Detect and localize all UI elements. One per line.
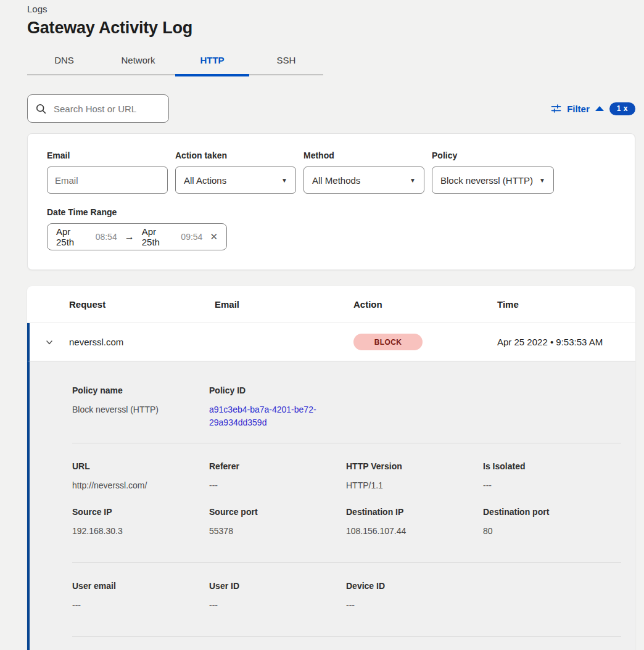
network-section: Source IP 192.168.30.3 Source port 55378… xyxy=(72,507,621,538)
collapse-caret-icon xyxy=(595,106,604,111)
policy-name-field: Policy name Block neverssl (HTTP) xyxy=(72,385,209,429)
chevron-down-icon: ▼ xyxy=(281,177,287,184)
action-filter-label: Action taken xyxy=(175,150,296,160)
table-row[interactable]: neverssl.com BLOCK Apr 25 2022 • 9:53:53… xyxy=(27,323,635,361)
email-filter-field: Email xyxy=(47,150,168,194)
destination-ip-field: Destination IP 108.156.107.44 xyxy=(346,507,483,538)
method-filter-select[interactable]: All Methods ▼ xyxy=(303,167,424,194)
arrow-right-icon: → xyxy=(123,231,136,242)
policy-section: Policy name Block neverssl (HTTP) Policy… xyxy=(72,385,621,429)
policy-id-label: Policy ID xyxy=(209,385,346,395)
filter-count-badge[interactable]: 1 x xyxy=(609,102,635,115)
http-version-field: HTTP Version HTTP/1.1 xyxy=(346,461,483,492)
url-label: URL xyxy=(72,461,209,471)
destination-ip-value: 108.156.107.44 xyxy=(346,525,483,538)
tab-dns[interactable]: DNS xyxy=(27,47,101,75)
device-id-label: Device ID xyxy=(346,581,483,591)
start-date[interactable]: Apr 25th xyxy=(56,226,89,247)
start-time[interactable]: 08:54 xyxy=(96,232,117,242)
referer-label: Referer xyxy=(209,461,346,471)
device-id-field: Device ID --- xyxy=(346,581,483,612)
policy-filter-field: Policy Block neverssl (HTTP) ▼ xyxy=(432,150,554,194)
action-filter-value: All Actions xyxy=(184,175,226,186)
clear-date-range-icon[interactable]: ✕ xyxy=(210,231,218,242)
row-action-cell: BLOCK xyxy=(353,334,497,350)
column-header-email: Email xyxy=(215,299,353,310)
row-time: Apr 25 2022 • 9:53:53 AM xyxy=(497,337,635,347)
user-id-field: User ID --- xyxy=(209,581,346,612)
referer-value: --- xyxy=(209,479,346,492)
url-field: URL http://neverssl.com/ xyxy=(72,461,209,492)
method-filter-label: Method xyxy=(303,150,424,160)
filter-panel: Email Action taken All Actions ▼ Method … xyxy=(27,133,635,270)
gateway-activity-log-page: Logs Gateway Activity Log DNS Network HT… xyxy=(0,0,644,650)
email-filter-input[interactable] xyxy=(47,167,168,194)
user-id-label: User ID xyxy=(209,581,346,591)
date-range-picker[interactable]: Apr 25th 08:54 → Apr 25th 09:54 ✕ xyxy=(47,223,227,250)
http-version-label: HTTP Version xyxy=(346,461,483,471)
filter-fields-row: Email Action taken All Actions ▼ Method … xyxy=(47,150,616,194)
is-isolated-value: --- xyxy=(483,479,620,492)
tab-ssh[interactable]: SSH xyxy=(249,47,323,75)
source-ip-value: 192.168.30.3 xyxy=(72,525,209,538)
activity-log-table: Request Email Action Time neverssl.com B… xyxy=(27,286,635,650)
destination-port-field: Destination port 80 xyxy=(483,507,620,538)
chevron-down-icon: ▼ xyxy=(410,177,416,184)
breadcrumb[interactable]: Logs xyxy=(27,4,644,14)
search-input[interactable] xyxy=(52,103,160,115)
tab-network[interactable]: Network xyxy=(101,47,175,75)
source-port-label: Source port xyxy=(209,507,346,517)
column-header-request: Request xyxy=(69,299,215,310)
policy-filter-value: Block neverssl (HTTP) xyxy=(440,175,533,186)
policy-id-field: Policy ID a91c3eb4-ba7a-4201-be72-29a934… xyxy=(209,385,346,429)
is-isolated-field: Is Isolated --- xyxy=(483,461,620,492)
action-filter-select[interactable]: All Actions ▼ xyxy=(175,167,296,194)
chevron-down-icon: ▼ xyxy=(539,177,545,184)
filter-sliders-icon xyxy=(551,104,561,114)
date-range-label: Date Time Range xyxy=(47,207,616,217)
search-icon xyxy=(36,104,46,114)
policy-id-link[interactable]: a91c3eb4-ba7a-4201-be72-29a934dd359d xyxy=(209,403,328,429)
source-ip-field: Source IP 192.168.30.3 xyxy=(72,507,209,538)
end-time[interactable]: 09:54 xyxy=(181,232,202,242)
user-email-label: User email xyxy=(72,581,209,591)
filter-toggle[interactable]: Filter 1 x xyxy=(551,102,635,115)
referer-field: Referer --- xyxy=(209,461,346,492)
source-port-field: Source port 55378 xyxy=(209,507,346,538)
policy-filter-select[interactable]: Block neverssl (HTTP) ▼ xyxy=(432,167,554,194)
destination-port-label: Destination port xyxy=(483,507,620,517)
end-date[interactable]: Apr 25th xyxy=(142,226,175,247)
device-id-value: --- xyxy=(346,599,483,612)
block-status-badge: BLOCK xyxy=(353,334,423,350)
source-port-value: 55378 xyxy=(209,525,346,538)
policy-name-value: Block neverssl (HTTP) xyxy=(72,403,209,416)
http-version-value: HTTP/1.1 xyxy=(346,479,483,492)
tab-http[interactable]: HTTP xyxy=(175,47,249,75)
section-divider xyxy=(72,562,621,563)
policy-name-label: Policy name xyxy=(72,385,209,395)
table-header-row: Request Email Action Time xyxy=(27,286,635,323)
expanded-row-details: Policy name Block neverssl (HTTP) Policy… xyxy=(27,361,635,650)
filter-label: Filter xyxy=(567,104,590,114)
user-id-value: --- xyxy=(209,599,346,612)
email-filter-label: Email xyxy=(47,150,168,160)
policy-filter-label: Policy xyxy=(432,150,554,160)
url-value: http://neverssl.com/ xyxy=(72,479,209,492)
user-section: User email --- User ID --- Device ID --- xyxy=(72,581,621,612)
method-filter-value: All Methods xyxy=(312,175,360,186)
column-header-time: Time xyxy=(497,299,635,310)
search-filter-row: Filter 1 x xyxy=(27,94,635,123)
column-header-action: Action xyxy=(353,299,497,310)
collapse-row-chevron-icon[interactable] xyxy=(30,337,69,347)
destination-ip-label: Destination IP xyxy=(346,507,483,517)
destination-port-value: 80 xyxy=(483,525,620,538)
page-title: Gateway Activity Log xyxy=(27,19,644,38)
is-isolated-label: Is Isolated xyxy=(483,461,620,471)
section-divider xyxy=(72,443,621,443)
source-ip-label: Source IP xyxy=(72,507,209,517)
user-email-field: User email --- xyxy=(72,581,209,612)
method-filter-field: Method All Methods ▼ xyxy=(303,150,424,194)
user-email-value: --- xyxy=(72,599,209,612)
search-box[interactable] xyxy=(27,94,169,123)
row-request: neverssl.com xyxy=(69,337,215,347)
